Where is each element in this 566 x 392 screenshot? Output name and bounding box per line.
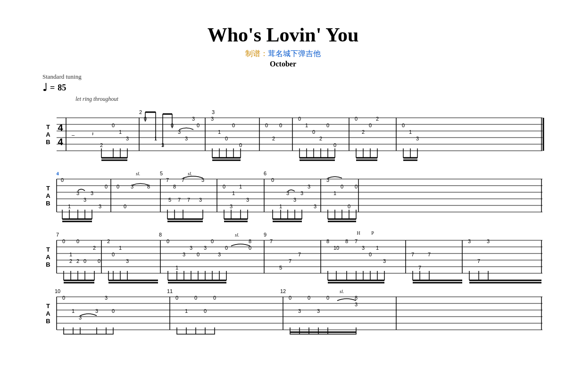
svg-text:1: 1 [72, 308, 75, 314]
svg-text:3: 3 [178, 129, 181, 135]
svg-text:3: 3 [383, 258, 386, 264]
svg-text:7: 7 [289, 258, 291, 264]
equals-sign: = [50, 83, 55, 93]
svg-text:4: 4 [58, 122, 63, 133]
svg-text:0: 0 [265, 122, 268, 128]
svg-text:4: 4 [56, 171, 59, 176]
svg-text:1: 1 [376, 245, 379, 251]
svg-text:0: 0 [204, 308, 207, 314]
svg-text:0: 0 [62, 295, 65, 301]
svg-text:0: 0 [112, 122, 115, 128]
svg-text:0: 0 [341, 184, 343, 189]
svg-text:12: 12 [280, 288, 286, 294]
page: Who's Lovin' You 制谱：茸名城下弹吉他 October Stan… [0, 0, 566, 344]
svg-text:0: 0 [112, 308, 115, 314]
svg-text:10: 10 [55, 288, 60, 294]
svg-text:0: 0 [225, 136, 228, 141]
svg-text:0: 0 [213, 295, 216, 301]
svg-text:3: 3 [99, 204, 101, 209]
svg-text:3: 3 [416, 136, 419, 141]
svg-text:7: 7 [411, 252, 414, 257]
svg-text:0: 0 [194, 295, 197, 301]
subtitle: 制谱：茸名城下弹吉他 [19, 49, 547, 59]
svg-text:0: 0 [62, 238, 65, 244]
svg-text:3: 3 [105, 295, 108, 301]
svg-text:1: 1 [119, 245, 122, 251]
svg-text:0: 0 [61, 177, 64, 183]
svg-text:2: 2 [76, 258, 79, 264]
svg-text:3: 3 [230, 204, 233, 209]
svg-text:7: 7 [166, 177, 169, 183]
svg-text:1: 1 [69, 252, 72, 257]
svg-text:7: 7 [187, 197, 190, 203]
svg-text:sl.: sl. [136, 171, 140, 176]
svg-text:0: 0 [333, 142, 336, 148]
song-title: Who's Lovin' You [19, 24, 547, 46]
tab-system-4: T A B 10 0 1 3 3 3 0 11 0 1 0 0 0 12 [19, 287, 547, 335]
svg-text:0: 0 [289, 295, 291, 301]
svg-text:2: 2 [362, 129, 365, 135]
svg-text:3: 3 [183, 252, 185, 257]
svg-text:3: 3 [95, 308, 98, 314]
svg-text:3: 3 [211, 116, 214, 122]
svg-text:8: 8 [345, 238, 348, 244]
subtitle-name: 茸名城下弹吉他 [268, 49, 321, 57]
svg-text:0: 0 [223, 184, 225, 189]
svg-text:0: 0 [271, 177, 274, 183]
svg-text:0: 0 [312, 129, 315, 135]
svg-text:2: 2 [100, 142, 103, 148]
svg-text:3: 3 [201, 177, 204, 183]
svg-text:1: 1 [175, 265, 178, 270]
svg-text:0: 0 [355, 116, 358, 122]
svg-text:3: 3 [192, 116, 195, 122]
svg-text:2: 2 [139, 109, 142, 115]
svg-text:3: 3 [246, 197, 249, 203]
svg-text:3: 3 [126, 136, 129, 141]
svg-text:4: 4 [58, 137, 63, 147]
svg-text:A: A [46, 131, 50, 138]
svg-text:A: A [46, 192, 50, 199]
svg-text:A: A [46, 310, 50, 317]
svg-text:6: 6 [264, 171, 266, 176]
svg-text:5: 5 [160, 171, 163, 176]
svg-text:7: 7 [178, 197, 181, 203]
svg-text:𝄽: 𝄽 [92, 132, 93, 136]
svg-text:8: 8 [147, 184, 150, 189]
svg-text:7: 7 [418, 265, 421, 270]
svg-text:0: 0 [232, 122, 235, 128]
svg-text:3: 3 [300, 190, 303, 196]
svg-text:B: B [46, 139, 50, 146]
svg-text:8: 8 [355, 295, 358, 301]
svg-text:B: B [46, 318, 50, 325]
svg-text:2: 2 [376, 116, 379, 122]
svg-text:7: 7 [477, 258, 480, 264]
svg-text:0: 0 [76, 238, 79, 244]
svg-text:3: 3 [83, 197, 86, 203]
svg-text:7: 7 [56, 232, 59, 237]
svg-text:3: 3 [91, 190, 93, 196]
svg-text:3: 3 [298, 308, 301, 314]
svg-text:8: 8 [249, 238, 251, 244]
svg-text:sl.: sl. [235, 232, 239, 237]
note-icon: ♩ [42, 82, 47, 94]
svg-text:0: 0 [166, 238, 169, 244]
svg-text:1: 1 [305, 122, 308, 128]
svg-text:3: 3 [190, 245, 192, 251]
svg-text:0: 0 [279, 122, 282, 128]
svg-text:H: H [357, 230, 360, 236]
svg-text:0: 0 [369, 122, 372, 128]
svg-text:0: 0 [326, 295, 329, 301]
svg-text:3: 3 [218, 252, 221, 257]
svg-text:0: 0 [298, 116, 301, 122]
tempo-value: 85 [58, 83, 66, 93]
svg-text:0: 0 [112, 252, 115, 257]
svg-text:1: 1 [333, 190, 336, 196]
svg-text:0: 0 [225, 245, 228, 251]
svg-text:3: 3 [76, 190, 79, 196]
svg-text:3: 3 [355, 302, 358, 307]
svg-text:3: 3 [362, 245, 365, 251]
svg-text:3: 3 [204, 245, 207, 251]
let-ring-text: let ring throughout [75, 96, 547, 103]
svg-text:5: 5 [279, 265, 282, 270]
svg-text:3: 3 [199, 197, 202, 203]
